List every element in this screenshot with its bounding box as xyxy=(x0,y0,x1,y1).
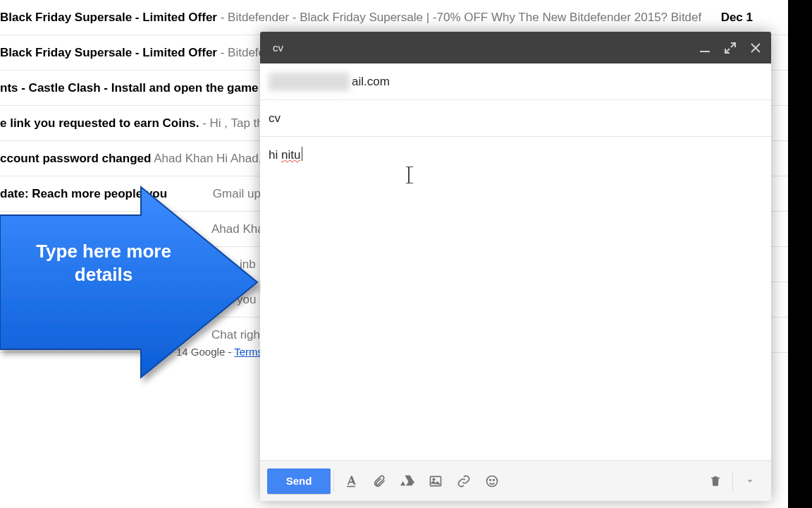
to-field[interactable]: ail.com xyxy=(260,64,771,100)
drive-icon[interactable] xyxy=(393,474,422,488)
close-icon[interactable] xyxy=(750,42,761,54)
minimize-icon[interactable] xyxy=(699,42,710,54)
footer: 14 Google - Terms xyxy=(0,346,263,358)
format-text-icon[interactable] xyxy=(337,474,365,488)
compose-toolbar: Send xyxy=(260,460,771,501)
inbox-row[interactable]: Black Friday Supersale - Limited Offer -… xyxy=(0,0,788,35)
svg-point-4 xyxy=(487,476,498,486)
expand-icon[interactable] xyxy=(725,42,736,54)
emoji-icon[interactable] xyxy=(478,474,506,488)
link-icon[interactable] xyxy=(450,474,478,488)
compose-title: cv xyxy=(267,42,699,54)
send-button[interactable]: Send xyxy=(267,468,331,494)
terms-link[interactable]: Terms xyxy=(234,346,263,358)
svg-point-6 xyxy=(493,479,495,480)
compose-titlebar[interactable]: cv xyxy=(260,32,771,64)
subject-field[interactable]: cv xyxy=(260,100,771,137)
trash-icon[interactable] xyxy=(701,474,730,488)
text-caret xyxy=(302,147,302,161)
paperclip-icon[interactable] xyxy=(365,474,393,488)
more-icon[interactable] xyxy=(736,476,764,486)
image-icon[interactable] xyxy=(422,474,450,488)
svg-point-3 xyxy=(433,478,435,480)
svg-point-5 xyxy=(490,479,491,480)
svg-rect-1 xyxy=(347,485,355,487)
svg-rect-0 xyxy=(700,51,710,52)
text-cursor-icon xyxy=(408,167,410,183)
compose-window: cv ail.com cv hi nitu Send xyxy=(260,32,771,501)
redacted-recipient xyxy=(269,73,350,91)
compose-body[interactable]: hi nitu xyxy=(260,137,771,467)
